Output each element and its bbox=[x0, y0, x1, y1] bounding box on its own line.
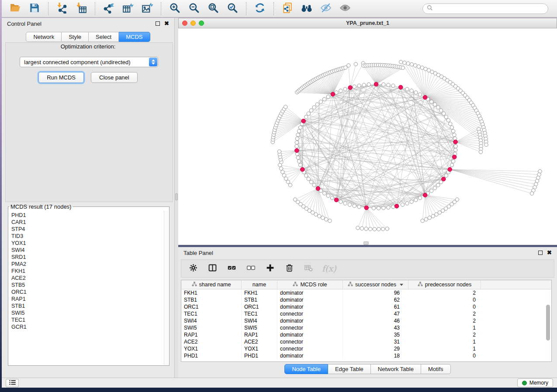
mcds-hub-node[interactable] bbox=[301, 119, 306, 123]
table-cell[interactable]: ORC1 bbox=[242, 303, 277, 310]
network-node[interactable] bbox=[364, 227, 368, 230]
table-row[interactable]: SWI4SWI4dominator462 bbox=[181, 317, 551, 324]
network-node[interactable] bbox=[339, 200, 343, 203]
mcds-hub-node[interactable] bbox=[442, 177, 446, 181]
close-panel-icon[interactable]: ✖ bbox=[164, 21, 169, 26]
task-history-button[interactable] bbox=[6, 379, 19, 387]
mcds-result-item[interactable]: PHD1 bbox=[11, 212, 164, 219]
table-cell[interactable]: 2 bbox=[408, 289, 481, 296]
network-node[interactable] bbox=[442, 112, 446, 115]
network-node[interactable] bbox=[312, 106, 316, 109]
export-image-button[interactable] bbox=[138, 1, 156, 16]
search-binoculars-button[interactable] bbox=[298, 1, 316, 16]
search-input[interactable] bbox=[436, 5, 544, 12]
network-node[interactable] bbox=[293, 198, 297, 201]
tab-select[interactable]: Select bbox=[89, 32, 119, 42]
network-node[interactable] bbox=[309, 109, 313, 112]
network-node[interactable] bbox=[530, 192, 533, 195]
network-node[interactable] bbox=[343, 87, 347, 91]
network-node[interactable] bbox=[286, 180, 290, 184]
network-node[interactable] bbox=[357, 84, 361, 87]
mcds-hub-node[interactable] bbox=[316, 186, 320, 191]
delete-table-button-disabled[interactable] bbox=[303, 263, 314, 274]
network-node[interactable] bbox=[410, 62, 413, 66]
network-node[interactable] bbox=[309, 180, 313, 184]
table-cell[interactable]: connector bbox=[277, 338, 343, 345]
import-network-button[interactable] bbox=[53, 1, 71, 16]
mcds-hub-node[interactable] bbox=[364, 206, 369, 210]
network-node[interactable] bbox=[307, 177, 310, 181]
mcds-hub-node[interactable] bbox=[394, 204, 399, 208]
network-canvas[interactable] bbox=[178, 28, 557, 245]
mcds-hub-node[interactable] bbox=[374, 82, 378, 86]
network-node[interactable] bbox=[387, 206, 390, 209]
mcds-result-item[interactable]: RAP1 bbox=[11, 296, 164, 303]
table-cell[interactable]: ACE2 bbox=[181, 338, 242, 345]
memory-button[interactable]: Memory bbox=[517, 378, 553, 387]
network-node[interactable] bbox=[436, 183, 440, 187]
mcds-hub-node[interactable] bbox=[295, 148, 299, 153]
network-node[interactable] bbox=[413, 64, 417, 67]
mcds-hub-node[interactable] bbox=[423, 193, 427, 197]
mcds-hub-node[interactable] bbox=[448, 167, 452, 172]
network-node[interactable] bbox=[298, 163, 302, 167]
network-node[interactable] bbox=[439, 109, 443, 112]
mcds-hub-node[interactable] bbox=[301, 167, 305, 172]
mcds-hub-node[interactable] bbox=[452, 155, 457, 159]
network-node[interactable] bbox=[417, 65, 420, 68]
network-node[interactable] bbox=[315, 103, 319, 106]
network-node[interactable] bbox=[435, 213, 438, 216]
network-node[interactable] bbox=[381, 227, 385, 230]
close-panel-icon[interactable]: ✖ bbox=[547, 251, 552, 255]
table-row[interactable]: STB1STB1dominator620 bbox=[181, 296, 551, 303]
network-node[interactable] bbox=[433, 186, 436, 190]
network-node[interactable] bbox=[414, 91, 418, 94]
network-node[interactable] bbox=[453, 133, 456, 137]
mcds-hub-node[interactable] bbox=[423, 95, 427, 100]
tab-motifs[interactable]: Motifs bbox=[421, 364, 451, 374]
table-cell[interactable]: 0 bbox=[408, 303, 481, 310]
table-cell[interactable]: 2 bbox=[408, 317, 481, 324]
zoom-selected-button[interactable] bbox=[223, 1, 242, 16]
table-cell[interactable]: FKH1 bbox=[181, 289, 242, 296]
table-cell[interactable]: 61 bbox=[343, 303, 408, 310]
table-cell[interactable]: FKH1 bbox=[242, 289, 277, 296]
network-node[interactable] bbox=[431, 214, 435, 218]
mcds-result-item[interactable]: CAR1 bbox=[11, 219, 164, 226]
save-session-button[interactable] bbox=[25, 1, 44, 16]
column-header-successor-nodes[interactable]: successor nodes bbox=[343, 280, 408, 289]
table-cell[interactable]: dominator bbox=[277, 331, 343, 338]
table-row[interactable]: ORC1ORC1dominator610 bbox=[181, 303, 551, 310]
mcds-hub-node[interactable] bbox=[453, 140, 458, 144]
network-node[interactable] bbox=[372, 206, 375, 210]
network-node[interactable] bbox=[339, 89, 343, 93]
close-panel-button[interactable]: Close panel bbox=[91, 72, 138, 83]
network-node[interactable] bbox=[433, 103, 436, 106]
mcds-result-item[interactable]: YOX1 bbox=[11, 240, 164, 247]
network-node[interactable] bbox=[367, 83, 370, 86]
network-node[interactable] bbox=[307, 112, 310, 115]
network-node[interactable] bbox=[318, 214, 321, 218]
network-node[interactable] bbox=[296, 133, 300, 137]
result-scrollbar[interactable] bbox=[164, 210, 169, 365]
tab-mcds[interactable]: MCDS bbox=[119, 32, 150, 42]
table-cell[interactable]: ORC1 bbox=[181, 303, 242, 310]
table-cell[interactable]: SWI5 bbox=[242, 324, 277, 331]
table-row[interactable]: FKH1FKH1dominator962 bbox=[181, 289, 551, 296]
network-node[interactable] bbox=[312, 183, 316, 187]
network-node[interactable] bbox=[288, 183, 292, 187]
network-node[interactable] bbox=[449, 122, 452, 126]
refresh-view-button[interactable] bbox=[251, 1, 269, 16]
run-mcds-button[interactable]: Run MCDS bbox=[38, 72, 84, 83]
mcds-result-item[interactable]: STB5 bbox=[11, 282, 164, 289]
network-node[interactable] bbox=[353, 204, 356, 207]
network-node[interactable] bbox=[418, 93, 422, 96]
network-node[interactable] bbox=[420, 66, 424, 69]
network-node[interactable] bbox=[401, 66, 405, 69]
zoom-in-button[interactable] bbox=[166, 1, 184, 16]
mcds-result-item[interactable]: PMA2 bbox=[11, 261, 164, 268]
network-node[interactable] bbox=[278, 163, 282, 167]
mcds-result-item[interactable]: TEC1 bbox=[11, 316, 164, 323]
network-node[interactable] bbox=[421, 219, 424, 223]
mcds-hub-node[interactable] bbox=[334, 198, 339, 202]
